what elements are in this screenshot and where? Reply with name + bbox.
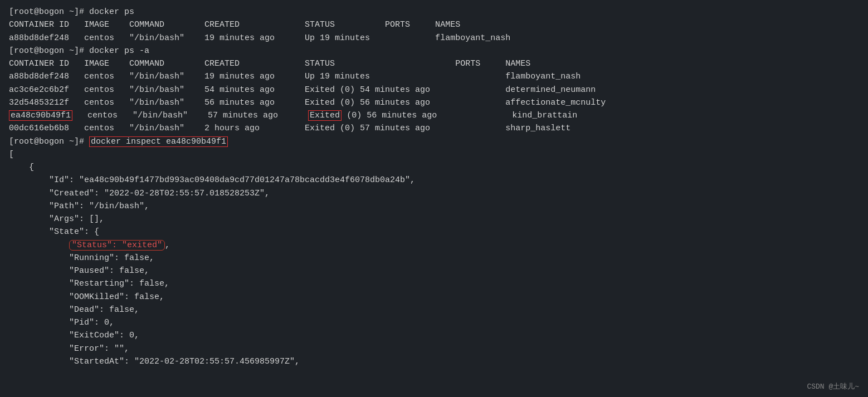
line-26: "Pid": 0, bbox=[9, 316, 859, 329]
line-23: "Restarting": false, bbox=[9, 277, 859, 290]
line-14: { bbox=[9, 161, 859, 174]
line-29: "StartedAt": "2022-02-28T02:55:57.456985… bbox=[9, 355, 859, 368]
terminal: [root@bogon ~]# docker ps CONTAINER ID I… bbox=[9, 6, 859, 368]
line-16: "Created": "2022-02-28T02:55:57.01852825… bbox=[9, 187, 859, 200]
watermark: CSDN @土味儿~ bbox=[807, 381, 859, 393]
line-17: "Path": "/bin/bash", bbox=[9, 200, 859, 213]
exited-status-highlight: Exited bbox=[308, 110, 342, 121]
line-19: "State": { bbox=[9, 226, 859, 238]
line-20: "Status": "exited", bbox=[9, 239, 859, 252]
line-22: "Paused": false, bbox=[9, 264, 859, 277]
line-28: "Error": "", bbox=[9, 342, 859, 355]
line-7: ac3c6e2c6b2f centos "/bin/bash" 54 minut… bbox=[9, 84, 859, 96]
line-4: [root@bogon ~]# docker ps -a bbox=[9, 45, 859, 57]
line-3: a88bd8def248 centos "/bin/bash" 19 minut… bbox=[9, 32, 859, 45]
line-12: [ bbox=[9, 148, 859, 161]
line-18: "Args": [], bbox=[9, 213, 859, 226]
line-15: "Id": "ea48c90b49f1477bd993ac09408da9cd7… bbox=[9, 174, 859, 187]
line-1: [root@bogon ~]# docker ps bbox=[9, 6, 859, 18]
inspect-command-highlight: docker inspect ea48c90b49f1 bbox=[89, 136, 228, 147]
status-exited-circle: "Status": "exited" bbox=[69, 240, 165, 251]
line-2: CONTAINER ID IMAGE COMMAND CREATED STATU… bbox=[9, 18, 859, 31]
line-8: 32d54853212f centos "/bin/bash" 56 minut… bbox=[9, 96, 859, 109]
line-6: a88bd8def248 centos "/bin/bash" 19 minut… bbox=[9, 70, 859, 83]
line-24: "OOMKilled": false, bbox=[9, 291, 859, 303]
line-25: "Dead": false, bbox=[9, 303, 859, 316]
line-11: [root@bogon ~]# docker inspect ea48c90b4… bbox=[9, 135, 859, 148]
line-27: "ExitCode": 0, bbox=[9, 329, 859, 342]
container-id-highlight: ea48c90b49f1 bbox=[9, 110, 72, 121]
line-9: ea48c90b49f1 centos "/bin/bash" 57 minut… bbox=[9, 109, 859, 122]
line-10: 00dc616eb6b8 centos "/bin/bash" 2 hours … bbox=[9, 122, 859, 135]
line-21: "Running": false, bbox=[9, 252, 859, 264]
line-5: CONTAINER ID IMAGE COMMAND CREATED STATU… bbox=[9, 57, 859, 70]
